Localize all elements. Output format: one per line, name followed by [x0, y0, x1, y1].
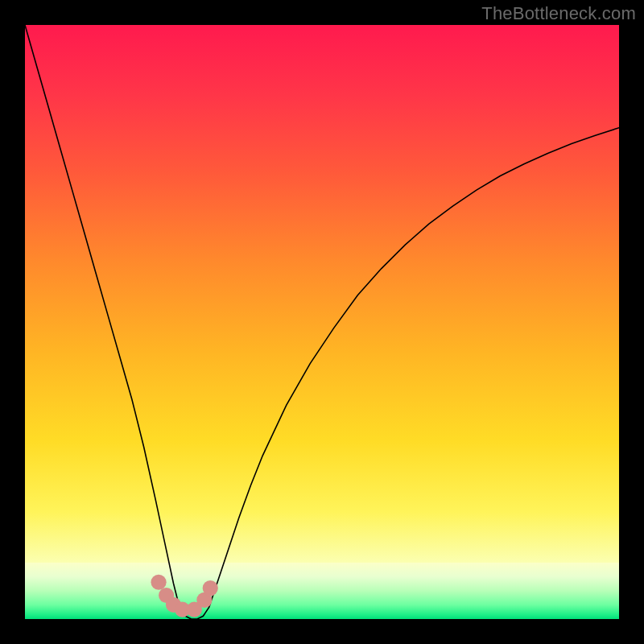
- bottleneck-curve: [25, 25, 619, 619]
- watermark-text: TheBottleneck.com: [481, 3, 636, 24]
- highlight-dot: [203, 580, 218, 596]
- highlight-dot: [151, 575, 166, 590]
- chart-frame: TheBottleneck.com: [0, 0, 644, 644]
- plot-area: [25, 25, 619, 619]
